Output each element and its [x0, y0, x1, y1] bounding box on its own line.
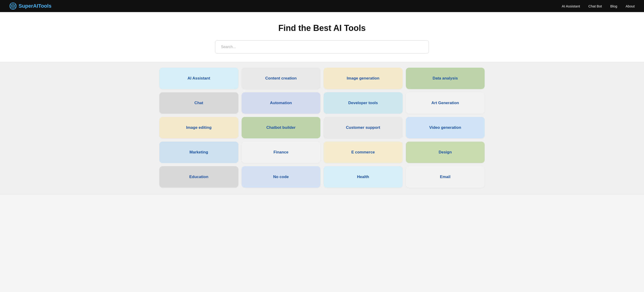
- category-card-content-creation[interactable]: Content creation: [242, 68, 320, 89]
- category-card-design[interactable]: Design: [406, 142, 485, 163]
- search-container: [215, 41, 429, 54]
- category-card-art-generation[interactable]: Art Generation: [406, 92, 485, 114]
- logo-text: SuperAITools: [18, 3, 51, 9]
- category-card-automation[interactable]: Automation: [242, 92, 320, 114]
- category-grid: AI AssistantContent creationImage genera…: [159, 68, 485, 188]
- category-card-ai-assistant[interactable]: AI Assistant: [159, 68, 238, 89]
- category-card-developer-tools[interactable]: Developer tools: [324, 92, 402, 114]
- nav-blog[interactable]: Blog: [610, 4, 617, 8]
- header: SuperAITools AI Assistant Chat Bot Blog …: [0, 0, 644, 12]
- logo-icon: [9, 2, 17, 10]
- category-card-customer-support[interactable]: Customer support: [324, 117, 402, 138]
- main-nav: AI Assistant Chat Bot Blog About: [562, 4, 635, 8]
- category-card-health[interactable]: Health: [324, 166, 402, 188]
- category-card-chat[interactable]: Chat: [159, 92, 238, 114]
- category-card-image-generation[interactable]: Image generation: [324, 68, 402, 89]
- category-card-data-analysis[interactable]: Data analysis: [406, 68, 485, 89]
- nav-about[interactable]: About: [626, 4, 635, 8]
- category-card-education[interactable]: Education: [159, 166, 238, 188]
- page-title: Find the Best AI Tools: [5, 23, 639, 33]
- hero-section: Find the Best AI Tools: [0, 12, 644, 62]
- nav-chat-bot[interactable]: Chat Bot: [588, 4, 602, 8]
- category-card-marketing[interactable]: Marketing: [159, 142, 238, 163]
- search-input[interactable]: [215, 41, 429, 54]
- category-card-email[interactable]: Email: [406, 166, 485, 188]
- category-grid-section: AI AssistantContent creationImage genera…: [0, 62, 644, 195]
- category-card-image-editing[interactable]: Image editing: [159, 117, 238, 138]
- category-card-video-generation[interactable]: Video generation: [406, 117, 485, 138]
- category-card-finance[interactable]: Finance: [242, 142, 320, 163]
- category-card-chatbot-builder[interactable]: Chatbot builder: [242, 117, 320, 138]
- category-card-e-commerce[interactable]: E commerce: [324, 142, 402, 163]
- nav-ai-assistant[interactable]: AI Assistant: [562, 4, 580, 8]
- category-card-no-code[interactable]: No code: [242, 166, 320, 188]
- logo-link[interactable]: SuperAITools: [9, 2, 51, 10]
